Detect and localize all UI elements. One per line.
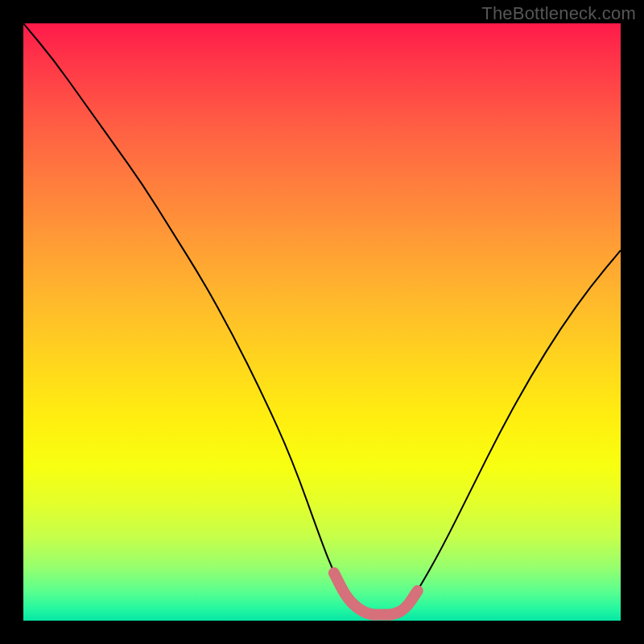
bottleneck-curve-path: [23, 23, 621, 615]
bottleneck-highlight-path: [334, 573, 418, 615]
bottleneck-curve-svg: [23, 23, 621, 621]
attribution-text: TheBottleneck.com: [481, 3, 636, 24]
chart-plot-area: [23, 23, 621, 621]
